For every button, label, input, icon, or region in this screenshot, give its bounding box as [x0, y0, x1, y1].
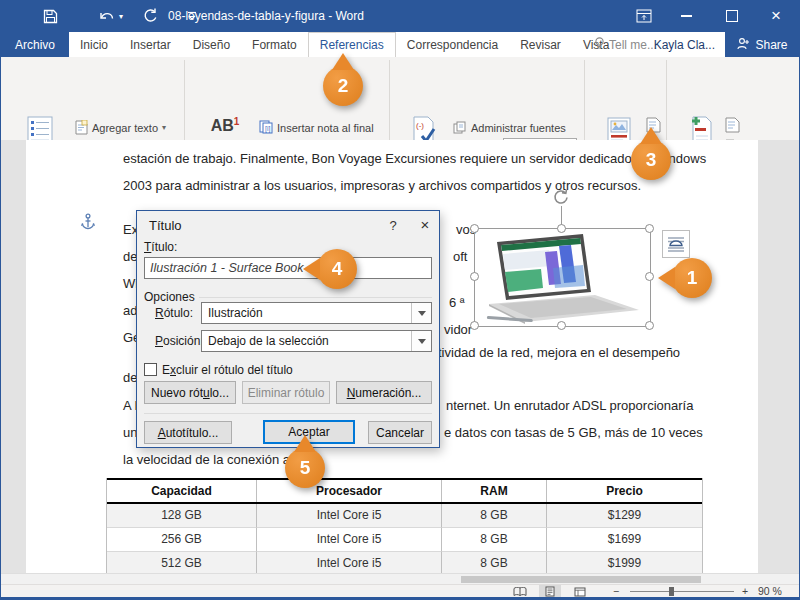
svg-text:(-): (-) — [416, 121, 424, 130]
table-cell: 256 GB — [107, 528, 257, 552]
tab-insertar[interactable]: Insertar — [119, 32, 182, 57]
resize-handle-top-right[interactable] — [645, 224, 654, 233]
specs-table: Capacidad Procesador RAM Precio 128 GB I… — [106, 478, 703, 576]
tab-formato[interactable]: Formato — [241, 32, 308, 57]
resize-handle-top-middle[interactable] — [557, 224, 566, 233]
horizontal-scrollbar[interactable] — [1, 573, 799, 584]
table-cell: Intel Core i5 — [257, 504, 442, 528]
table-cell: 8 GB — [442, 504, 547, 528]
read-mode-icon[interactable] — [509, 585, 531, 598]
horizontal-scrollbar-thumb[interactable] — [461, 576, 701, 583]
account-user[interactable]: Kayla Cla... — [654, 32, 715, 57]
doc-fragment: vidor — [444, 322, 472, 337]
insertar-indice-icon[interactable] — [725, 117, 740, 137]
table-cell: $1299 — [547, 504, 702, 528]
endnote-icon: [i] — [259, 120, 273, 136]
share-button[interactable]: Share — [725, 32, 799, 57]
insertar-nota-al-final-button[interactable]: [i] Insertar nota al final — [259, 119, 374, 137]
options-group-label: Opciones — [144, 290, 195, 304]
doc-fragment: nternet. Un enrutador ADSL proporcionarí… — [446, 398, 693, 413]
tab-archivo[interactable]: Archivo — [1, 32, 69, 57]
tab-diseno[interactable]: Diseño — [182, 32, 241, 57]
ribbon-tabs: Archivo Inicio Insertar Diseño Formato R… — [1, 32, 799, 57]
table-header: RAM — [442, 480, 547, 502]
resize-handle-bottom-right[interactable] — [645, 321, 654, 330]
dialog-title: Título — [149, 218, 182, 233]
resize-handle-middle-right[interactable] — [645, 272, 654, 281]
rotulo-select[interactable]: Ilustración — [201, 302, 432, 324]
chevron-down-icon[interactable] — [411, 331, 431, 351]
chevron-down-icon[interactable] — [411, 303, 431, 323]
redo-icon[interactable] — [141, 7, 159, 25]
table-header-row: Capacidad Procesador RAM Precio — [107, 478, 702, 504]
resize-handle-bottom-middle[interactable] — [557, 321, 566, 330]
zoom-in-button[interactable]: + — [742, 585, 748, 598]
nuevo-rotulo-button[interactable]: Nuevo rótulo... — [144, 381, 236, 404]
zoom-level[interactable]: 90 % — [758, 585, 782, 598]
numeracion-button[interactable]: Numeración... — [336, 381, 432, 404]
agregar-texto-button[interactable]: Agregar texto ▾ — [75, 119, 166, 137]
callout-4: 4 — [317, 249, 357, 289]
maximize-button[interactable] — [711, 0, 753, 32]
exclude-label-checkbox[interactable] — [144, 363, 157, 376]
table-header: Capacidad — [107, 480, 257, 502]
resize-handle-bottom-left[interactable] — [470, 321, 479, 330]
zoom-slider-thumb[interactable] — [669, 587, 674, 596]
tab-inicio[interactable]: Inicio — [69, 32, 119, 57]
exclude-label-text: Excluir el rótulo del título — [162, 363, 293, 377]
caption-text-input[interactable] — [144, 257, 432, 279]
dialog-close-icon[interactable]: × — [413, 213, 437, 237]
anchor-icon — [81, 213, 95, 234]
web-layout-icon[interactable] — [569, 585, 591, 598]
dialog-help-icon[interactable]: ? — [385, 218, 401, 233]
table-row: 128 GB Intel Core i5 8 GB $1299 — [107, 504, 702, 528]
manage-sources-icon — [453, 121, 467, 136]
posicion-label: Posición: — [155, 334, 204, 348]
save-icon[interactable] — [41, 7, 59, 25]
minimize-button[interactable] — [665, 0, 707, 32]
resize-handle-middle-left[interactable] — [470, 272, 479, 281]
print-layout-icon[interactable] — [539, 585, 561, 598]
cancelar-button[interactable]: Cancelar — [368, 421, 432, 444]
table-header: Precio — [547, 480, 702, 502]
undo-dropdown-icon[interactable]: ▾ — [116, 7, 126, 25]
doc-fragment: 6 ª — [449, 295, 465, 310]
tab-revisar[interactable]: Revisar — [509, 32, 572, 57]
resize-handle-top-left[interactable] — [470, 224, 479, 233]
rotate-handle-icon[interactable] — [552, 188, 570, 210]
doc-fragment: oft — [453, 249, 467, 264]
tell-me-box[interactable]: Tell me... — [594, 32, 657, 57]
ribbon: Tabla de contenido ▾ Agregar texto ▾ ! A… — [1, 57, 799, 141]
svg-text:[i]: [i] — [265, 125, 271, 133]
administrar-fuentes-button[interactable]: Administrar fuentes — [453, 119, 566, 137]
add-text-icon — [75, 120, 88, 137]
callout-1: 1 — [672, 258, 712, 298]
table-cell: $1699 — [547, 528, 702, 552]
doc-fragment: e datos con tasas de 5 GB, más de 10 vec… — [444, 425, 703, 440]
posicion-select[interactable]: Debajo de la selección — [201, 330, 432, 352]
ribbon-display-options-icon[interactable] — [623, 0, 665, 32]
tab-correspondencia[interactable]: Correspondencia — [396, 32, 509, 57]
titulo-dialog: Título ? × Título: Opciones Rótulo: Ilus… — [136, 210, 440, 448]
rotulo-label: Rótulo: — [155, 306, 193, 320]
zoom-slider-track[interactable] — [630, 591, 734, 592]
eliminar-rotulo-button: Eliminar rótulo — [242, 381, 330, 404]
lightbulb-icon — [594, 37, 605, 53]
zoom-out-button[interactable]: − — [613, 585, 619, 598]
status-bar: − + 90 % — [1, 584, 799, 597]
autotitulo-button[interactable]: Autotítulo... — [144, 421, 232, 444]
callout-5: 5 — [285, 448, 325, 488]
layout-options-button[interactable] — [662, 230, 690, 258]
image-selection-border — [474, 228, 651, 327]
options-group-line — [199, 297, 432, 298]
footnote-ab1-icon: AB1 — [211, 117, 240, 134]
table-row: 256 GB Intel Core i5 8 GB $1699 — [107, 528, 702, 552]
window-title: 08-leyendas-de-tabla-y-figura - Word — [161, 0, 371, 32]
doc-fragment: tividad de la red, mejora en el desempeñ… — [438, 345, 680, 360]
undo-icon[interactable] — [97, 7, 115, 25]
callout-2: 2 — [323, 66, 363, 106]
table-cell: Intel Core i5 — [257, 528, 442, 552]
doc-line: estación de trabajo. Finalmente, Bon Voy… — [123, 151, 706, 166]
title-bar: ▾ 08-leyendas-de-tabla-y-figura - Word × — [1, 0, 799, 32]
close-button[interactable]: × — [755, 0, 797, 32]
